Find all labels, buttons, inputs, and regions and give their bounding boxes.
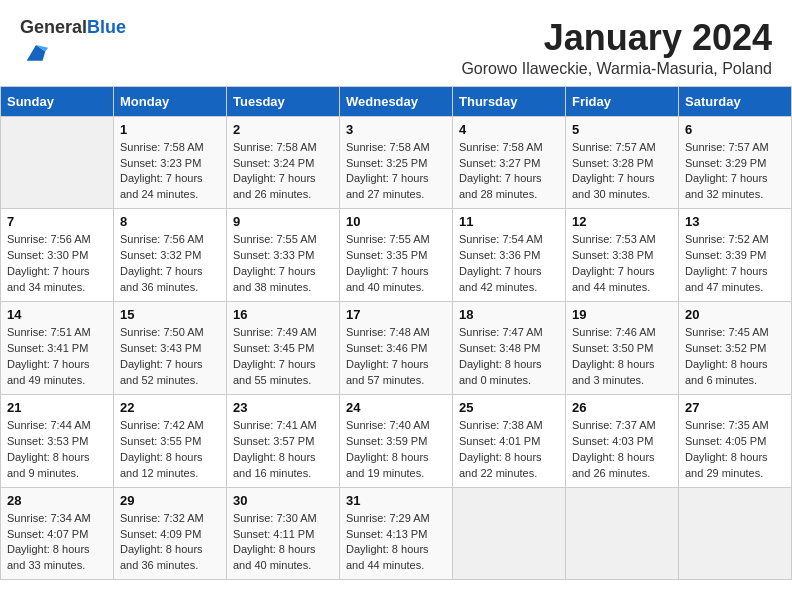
day-number: 26	[572, 400, 672, 415]
weekday-header: Sunday	[1, 86, 114, 116]
calendar-cell: 1Sunrise: 7:58 AMSunset: 3:23 PMDaylight…	[114, 116, 227, 209]
cell-text: Sunrise: 7:58 AMSunset: 3:23 PMDaylight:…	[120, 140, 220, 204]
weekday-header: Thursday	[453, 86, 566, 116]
day-number: 31	[346, 493, 446, 508]
calendar-cell: 31Sunrise: 7:29 AMSunset: 4:13 PMDayligh…	[340, 487, 453, 580]
day-number: 18	[459, 307, 559, 322]
day-number: 11	[459, 214, 559, 229]
calendar-cell: 3Sunrise: 7:58 AMSunset: 3:25 PMDaylight…	[340, 116, 453, 209]
calendar-table: SundayMondayTuesdayWednesdayThursdayFrid…	[0, 86, 792, 581]
day-number: 9	[233, 214, 333, 229]
calendar-cell: 24Sunrise: 7:40 AMSunset: 3:59 PMDayligh…	[340, 394, 453, 487]
calendar-cell: 4Sunrise: 7:58 AMSunset: 3:27 PMDaylight…	[453, 116, 566, 209]
calendar-week-row: 21Sunrise: 7:44 AMSunset: 3:53 PMDayligh…	[1, 394, 792, 487]
weekday-header: Monday	[114, 86, 227, 116]
calendar-week-row: 14Sunrise: 7:51 AMSunset: 3:41 PMDayligh…	[1, 302, 792, 395]
cell-text: Sunrise: 7:44 AMSunset: 3:53 PMDaylight:…	[7, 418, 107, 482]
cell-text: Sunrise: 7:53 AMSunset: 3:38 PMDaylight:…	[572, 232, 672, 296]
day-number: 6	[685, 122, 785, 137]
day-number: 28	[7, 493, 107, 508]
calendar-cell: 20Sunrise: 7:45 AMSunset: 3:52 PMDayligh…	[679, 302, 792, 395]
cell-text: Sunrise: 7:55 AMSunset: 3:33 PMDaylight:…	[233, 232, 333, 296]
cell-text: Sunrise: 7:56 AMSunset: 3:32 PMDaylight:…	[120, 232, 220, 296]
calendar-cell: 2Sunrise: 7:58 AMSunset: 3:24 PMDaylight…	[227, 116, 340, 209]
calendar-cell: 7Sunrise: 7:56 AMSunset: 3:30 PMDaylight…	[1, 209, 114, 302]
logo-icon	[22, 38, 50, 66]
month-title: January 2024	[461, 18, 772, 58]
calendar-cell: 5Sunrise: 7:57 AMSunset: 3:28 PMDaylight…	[566, 116, 679, 209]
calendar-week-row: 28Sunrise: 7:34 AMSunset: 4:07 PMDayligh…	[1, 487, 792, 580]
cell-text: Sunrise: 7:47 AMSunset: 3:48 PMDaylight:…	[459, 325, 559, 389]
cell-text: Sunrise: 7:49 AMSunset: 3:45 PMDaylight:…	[233, 325, 333, 389]
cell-text: Sunrise: 7:37 AMSunset: 4:03 PMDaylight:…	[572, 418, 672, 482]
calendar-cell: 9Sunrise: 7:55 AMSunset: 3:33 PMDaylight…	[227, 209, 340, 302]
day-number: 10	[346, 214, 446, 229]
cell-text: Sunrise: 7:57 AMSunset: 3:28 PMDaylight:…	[572, 140, 672, 204]
logo: GeneralBlue	[20, 18, 126, 70]
location-title: Gorowo Ilaweckie, Warmia-Masuria, Poland	[461, 60, 772, 78]
cell-text: Sunrise: 7:52 AMSunset: 3:39 PMDaylight:…	[685, 232, 785, 296]
cell-text: Sunrise: 7:51 AMSunset: 3:41 PMDaylight:…	[7, 325, 107, 389]
calendar-cell	[679, 487, 792, 580]
cell-text: Sunrise: 7:29 AMSunset: 4:13 PMDaylight:…	[346, 511, 446, 575]
cell-text: Sunrise: 7:35 AMSunset: 4:05 PMDaylight:…	[685, 418, 785, 482]
cell-text: Sunrise: 7:58 AMSunset: 3:27 PMDaylight:…	[459, 140, 559, 204]
day-number: 23	[233, 400, 333, 415]
cell-text: Sunrise: 7:34 AMSunset: 4:07 PMDaylight:…	[7, 511, 107, 575]
calendar-cell	[453, 487, 566, 580]
calendar-cell: 27Sunrise: 7:35 AMSunset: 4:05 PMDayligh…	[679, 394, 792, 487]
cell-text: Sunrise: 7:30 AMSunset: 4:11 PMDaylight:…	[233, 511, 333, 575]
cell-text: Sunrise: 7:57 AMSunset: 3:29 PMDaylight:…	[685, 140, 785, 204]
calendar-cell: 26Sunrise: 7:37 AMSunset: 4:03 PMDayligh…	[566, 394, 679, 487]
day-number: 13	[685, 214, 785, 229]
calendar-cell: 28Sunrise: 7:34 AMSunset: 4:07 PMDayligh…	[1, 487, 114, 580]
day-number: 5	[572, 122, 672, 137]
day-number: 24	[346, 400, 446, 415]
title-section: January 2024 Gorowo Ilaweckie, Warmia-Ma…	[461, 18, 772, 78]
calendar-cell: 29Sunrise: 7:32 AMSunset: 4:09 PMDayligh…	[114, 487, 227, 580]
day-number: 16	[233, 307, 333, 322]
calendar-cell: 8Sunrise: 7:56 AMSunset: 3:32 PMDaylight…	[114, 209, 227, 302]
cell-text: Sunrise: 7:48 AMSunset: 3:46 PMDaylight:…	[346, 325, 446, 389]
cell-text: Sunrise: 7:54 AMSunset: 3:36 PMDaylight:…	[459, 232, 559, 296]
calendar-cell: 18Sunrise: 7:47 AMSunset: 3:48 PMDayligh…	[453, 302, 566, 395]
cell-text: Sunrise: 7:56 AMSunset: 3:30 PMDaylight:…	[7, 232, 107, 296]
cell-text: Sunrise: 7:58 AMSunset: 3:25 PMDaylight:…	[346, 140, 446, 204]
calendar-cell: 19Sunrise: 7:46 AMSunset: 3:50 PMDayligh…	[566, 302, 679, 395]
weekday-header: Wednesday	[340, 86, 453, 116]
calendar-cell: 22Sunrise: 7:42 AMSunset: 3:55 PMDayligh…	[114, 394, 227, 487]
logo-general-text: General	[20, 17, 87, 37]
day-number: 1	[120, 122, 220, 137]
calendar-cell: 14Sunrise: 7:51 AMSunset: 3:41 PMDayligh…	[1, 302, 114, 395]
day-number: 12	[572, 214, 672, 229]
calendar-week-row: 1Sunrise: 7:58 AMSunset: 3:23 PMDaylight…	[1, 116, 792, 209]
cell-text: Sunrise: 7:46 AMSunset: 3:50 PMDaylight:…	[572, 325, 672, 389]
calendar-cell: 10Sunrise: 7:55 AMSunset: 3:35 PMDayligh…	[340, 209, 453, 302]
weekday-header: Friday	[566, 86, 679, 116]
cell-text: Sunrise: 7:38 AMSunset: 4:01 PMDaylight:…	[459, 418, 559, 482]
calendar-cell: 11Sunrise: 7:54 AMSunset: 3:36 PMDayligh…	[453, 209, 566, 302]
calendar-cell: 12Sunrise: 7:53 AMSunset: 3:38 PMDayligh…	[566, 209, 679, 302]
day-number: 20	[685, 307, 785, 322]
calendar-cell: 13Sunrise: 7:52 AMSunset: 3:39 PMDayligh…	[679, 209, 792, 302]
day-number: 19	[572, 307, 672, 322]
day-number: 14	[7, 307, 107, 322]
cell-text: Sunrise: 7:55 AMSunset: 3:35 PMDaylight:…	[346, 232, 446, 296]
cell-text: Sunrise: 7:45 AMSunset: 3:52 PMDaylight:…	[685, 325, 785, 389]
day-number: 27	[685, 400, 785, 415]
calendar-header-row: SundayMondayTuesdayWednesdayThursdayFrid…	[1, 86, 792, 116]
day-number: 7	[7, 214, 107, 229]
day-number: 2	[233, 122, 333, 137]
calendar-cell: 15Sunrise: 7:50 AMSunset: 3:43 PMDayligh…	[114, 302, 227, 395]
cell-text: Sunrise: 7:42 AMSunset: 3:55 PMDaylight:…	[120, 418, 220, 482]
day-number: 25	[459, 400, 559, 415]
cell-text: Sunrise: 7:50 AMSunset: 3:43 PMDaylight:…	[120, 325, 220, 389]
day-number: 15	[120, 307, 220, 322]
cell-text: Sunrise: 7:41 AMSunset: 3:57 PMDaylight:…	[233, 418, 333, 482]
calendar-cell: 30Sunrise: 7:30 AMSunset: 4:11 PMDayligh…	[227, 487, 340, 580]
day-number: 4	[459, 122, 559, 137]
day-number: 3	[346, 122, 446, 137]
calendar-cell: 16Sunrise: 7:49 AMSunset: 3:45 PMDayligh…	[227, 302, 340, 395]
calendar-cell: 17Sunrise: 7:48 AMSunset: 3:46 PMDayligh…	[340, 302, 453, 395]
cell-text: Sunrise: 7:58 AMSunset: 3:24 PMDaylight:…	[233, 140, 333, 204]
